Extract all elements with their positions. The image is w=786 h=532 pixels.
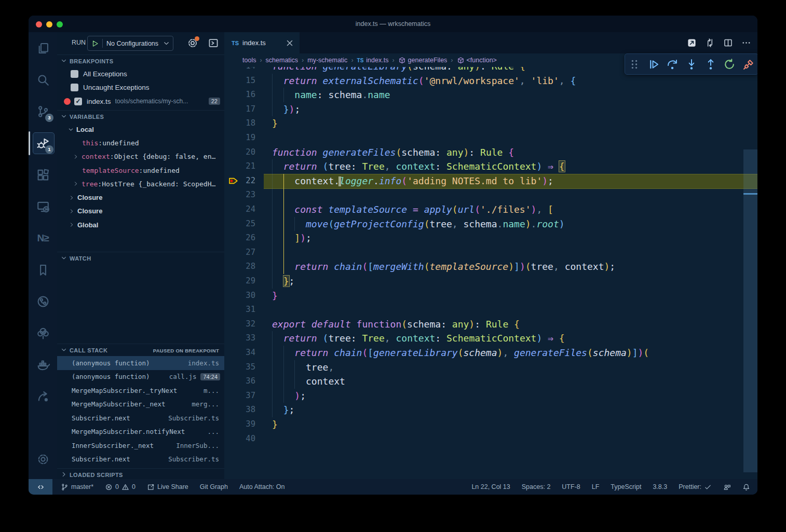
status-problems[interactable]: 00 <box>105 479 135 495</box>
variables-section-header[interactable]: VARIABLES <box>57 110 224 123</box>
call-stack-frame[interactable]: MergeMapSubscriber.notifyNext... <box>57 425 224 439</box>
scrollbar-thumb[interactable] <box>743 149 757 472</box>
variable-row[interactable]: this: undefined <box>57 136 224 149</box>
line-number[interactable]: 16 <box>224 88 255 102</box>
activity-item-gitlens[interactable] <box>29 285 57 317</box>
activity-item-todo-tree[interactable] <box>29 317 57 349</box>
status-prettier[interactable]: Prettier: <box>679 479 712 495</box>
status-auto-attach[interactable]: Auto Attach: On <box>239 479 285 495</box>
activity-item-source-control[interactable]: 3 <box>29 96 57 127</box>
breadcrumb-item[interactable]: my-schematic <box>307 57 347 64</box>
line-number[interactable]: 19 <box>224 131 255 145</box>
disconnect-icon[interactable] <box>742 58 755 71</box>
activity-item-docker[interactable] <box>29 349 57 380</box>
line-number[interactable]: 25 <box>224 217 255 231</box>
step-out-icon[interactable] <box>704 58 717 71</box>
call-stack-frame[interactable]: MergeMapSubscriber._tryNextm... <box>57 384 224 398</box>
activity-item-live-share-session[interactable] <box>29 380 57 412</box>
activity-item-manage[interactable] <box>29 443 57 475</box>
variable-row[interactable]: templateSource: undefined <box>57 163 224 177</box>
breakpoint-row[interactable]: ✓index.tstools/schematics/my-sch...22 <box>57 94 224 108</box>
status-live-share[interactable]: Live Share <box>147 479 188 495</box>
breadcrumb-item[interactable]: tools <box>242 57 256 64</box>
line-number[interactable]: 31 <box>224 303 255 317</box>
status-remote-indicator[interactable] <box>29 479 52 495</box>
activity-item-explorer[interactable] <box>29 32 57 64</box>
restart-icon[interactable] <box>723 58 736 71</box>
checkbox-unchecked[interactable] <box>71 70 78 78</box>
close-icon[interactable] <box>285 38 294 48</box>
status-language-mode[interactable]: TypeScript <box>611 479 641 495</box>
line-number[interactable]: 20 <box>224 145 255 160</box>
line-number[interactable]: 17 <box>224 102 255 117</box>
status-notifications[interactable] <box>742 479 750 495</box>
more-actions-icon[interactable] <box>741 38 751 48</box>
line-number[interactable]: 34 <box>224 346 255 360</box>
line-number[interactable]: 39 <box>224 417 255 432</box>
variables-scope-closure[interactable]: Closure <box>57 190 224 204</box>
call-stack-frame[interactable]: Subscriber.nextSubscriber.ts <box>57 453 224 467</box>
code-editor[interactable]: 14function generateLibrary(schema: any):… <box>224 67 757 479</box>
line-number[interactable]: 15 <box>224 74 255 88</box>
line-number[interactable]: 38 <box>224 403 255 417</box>
status-cursor-position[interactable]: Ln 22, Col 13 <box>471 479 510 495</box>
call-stack-frame[interactable]: Subscriber.nextSubscriber.ts <box>57 411 224 425</box>
breakpoints-section-header[interactable]: BREAKPOINTS <box>57 54 224 67</box>
line-number[interactable]: 24 <box>224 202 255 217</box>
checkbox-checked[interactable]: ✓ <box>74 98 82 105</box>
breakpoint-row[interactable]: All Exceptions <box>57 67 224 81</box>
tab-index-ts[interactable]: TS index.ts <box>224 32 300 53</box>
line-number[interactable]: 14 <box>224 67 255 74</box>
call-stack-frame[interactable]: InnerSubscriber._nextInnerSub... <box>57 439 224 453</box>
line-number[interactable]: 18 <box>224 116 255 131</box>
call-stack-frame[interactable]: MergeMapSubscriber._nextmerg... <box>57 398 224 412</box>
activity-item-remote-explorer[interactable] <box>29 190 57 222</box>
open-changes-icon[interactable] <box>687 38 697 48</box>
compare-changes-icon[interactable] <box>705 38 715 48</box>
start-debugging-icon[interactable] <box>91 39 99 48</box>
activity-item-nx-console[interactable]: N≥ <box>29 222 57 254</box>
status-encoding[interactable]: UTF-8 <box>562 479 580 495</box>
editor-scrollbar[interactable] <box>743 67 757 479</box>
line-number[interactable]: 32 <box>224 317 255 332</box>
line-number[interactable]: 35 <box>224 360 255 375</box>
watch-section-header[interactable]: WATCH <box>57 252 224 265</box>
line-number[interactable]: 33 <box>224 331 255 346</box>
line-number[interactable]: 30 <box>224 289 255 303</box>
variable-row[interactable]: context: Object {debug: false, en… <box>57 150 224 163</box>
step-over-icon[interactable] <box>666 58 679 71</box>
step-into-icon[interactable] <box>685 58 698 71</box>
line-number[interactable]: 37 <box>224 389 255 403</box>
variable-row[interactable]: tree: HostTree {_backend: ScopedH… <box>57 177 224 190</box>
debug-console-icon[interactable] <box>208 37 219 49</box>
breakpoint-row[interactable]: Uncaught Exceptions <box>57 81 224 95</box>
line-number[interactable]: 21 <box>224 159 255 174</box>
status-git-graph[interactable]: Git Graph <box>200 479 228 495</box>
variables-scope-local[interactable]: Local <box>57 122 224 136</box>
call-stack-section-header[interactable]: CALL STACK PAUSED ON BREAKPOINT <box>57 344 224 357</box>
status-indentation[interactable]: Spaces: 2 <box>522 479 551 495</box>
status-feedback[interactable] <box>723 479 731 495</box>
status-git-branch[interactable]: master* <box>61 479 93 495</box>
breadcrumb-item[interactable]: generateFiles <box>398 57 448 64</box>
launch-configuration-dropdown[interactable]: No Configurations <box>87 36 173 51</box>
variables-scope-global[interactable]: Global <box>57 218 224 231</box>
activity-item-run-and-debug[interactable]: 1 <box>29 127 57 159</box>
activity-item-search[interactable] <box>29 64 57 96</box>
split-editor-icon[interactable] <box>723 38 733 48</box>
call-stack-frame[interactable]: (anonymous function)call.js74:24 <box>57 370 224 384</box>
line-number[interactable]: 26 <box>224 231 255 245</box>
line-number[interactable]: 40 <box>224 432 255 446</box>
line-number[interactable]: 29 <box>224 274 255 289</box>
line-number[interactable]: 36 <box>224 374 255 389</box>
status-ts-version[interactable]: 3.8.3 <box>653 479 667 495</box>
configure-gear-icon[interactable] <box>187 37 198 49</box>
line-number[interactable]: 28 <box>224 260 255 274</box>
current-breakpoint-arrow-icon[interactable] <box>228 177 239 185</box>
activity-item-extensions[interactable] <box>29 159 57 190</box>
variables-scope-closure[interactable]: Closure <box>57 204 224 218</box>
line-number[interactable]: 27 <box>224 245 255 260</box>
activity-item-bookmarks[interactable] <box>29 254 57 285</box>
breadcrumb-item[interactable]: TSindex.ts <box>357 57 389 64</box>
checkbox-unchecked[interactable] <box>71 84 78 91</box>
